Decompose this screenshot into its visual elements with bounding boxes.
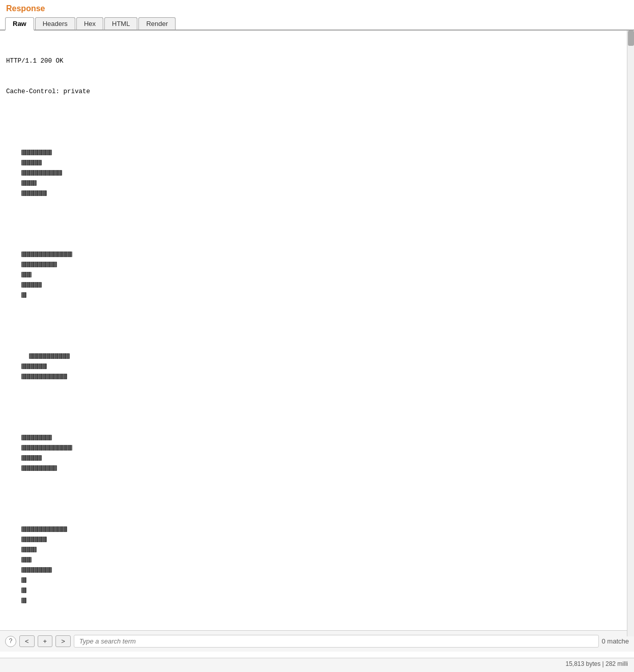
- search-help-button[interactable]: ?: [5, 636, 16, 647]
- scrollbar[interactable]: [627, 31, 634, 636]
- tab-raw[interactable]: Raw: [5, 17, 34, 31]
- blurred-line-1: [6, 137, 628, 209]
- tab-render[interactable]: Render: [138, 17, 176, 30]
- search-matches-count: 0 matche: [602, 637, 629, 645]
- status-bar: 15,813 bytes | 282 milli: [0, 658, 634, 672]
- search-prev-button[interactable]: <: [19, 635, 35, 647]
- search-add-button[interactable]: +: [38, 635, 53, 647]
- http-status-line: HTTP/1.1 200 OK: [6, 56, 628, 66]
- blurred-line-4: [6, 423, 628, 484]
- blurred-line-3: [6, 341, 628, 392]
- blurred-line-2: [6, 239, 628, 311]
- scrollbar-thumb[interactable]: [628, 31, 634, 46]
- cache-control-line: Cache-Control: private: [6, 87, 628, 97]
- response-header: Response: [0, 0, 634, 15]
- tab-html[interactable]: HTML: [104, 17, 137, 30]
- search-input[interactable]: [74, 635, 599, 648]
- tabs-bar: Raw Headers Hex HTML Render: [0, 15, 634, 31]
- content-area: HTTP/1.1 200 OK Cache-Control: private: [0, 31, 634, 641]
- search-next-button[interactable]: >: [55, 635, 71, 647]
- tab-hex[interactable]: Hex: [76, 17, 103, 30]
- tab-headers[interactable]: Headers: [35, 17, 75, 30]
- search-bar: ? < + > 0 matche: [0, 630, 634, 652]
- blurred-line-5: [6, 514, 628, 616]
- status-text: 15,813 bytes | 282 milli: [565, 660, 628, 667]
